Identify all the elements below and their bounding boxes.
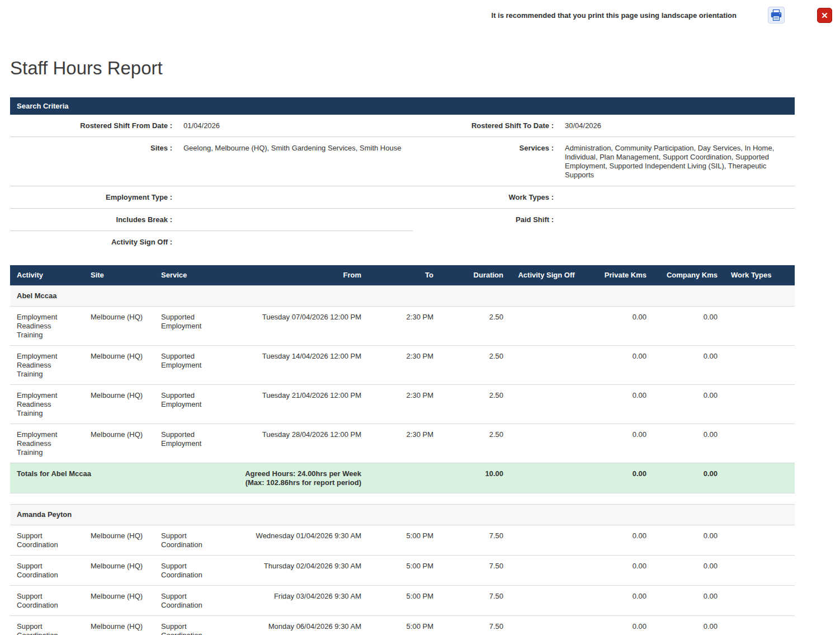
cell-company_kms: 0.00 (653, 556, 724, 586)
cell-company_kms: 0.00 (653, 586, 724, 616)
cell-sign_off (510, 346, 583, 385)
print-button[interactable] (768, 7, 785, 23)
cell-service: Supported Employment (154, 424, 229, 463)
shift-row: Support CoordinationMelbourne (HQ)Suppor… (10, 586, 795, 616)
cell-duration: 7.50 (440, 616, 510, 635)
cell-service: Supported Employment (154, 385, 229, 424)
cell-to: 5:00 PM (368, 556, 440, 586)
criteria-row: Includes Break :Paid Shift : (10, 209, 795, 231)
cell-to: 2:30 PM (368, 307, 440, 346)
staff-name: Amanda Peyton (10, 505, 795, 525)
print-orientation-notice: It is recommended that you print this pa… (492, 11, 737, 20)
criteria-value (559, 209, 795, 231)
cell-work_types (724, 616, 795, 635)
cell-site: Melbourne (HQ) (84, 424, 154, 463)
column-header-from: From (229, 265, 368, 286)
cell-to: 2:30 PM (368, 424, 440, 463)
criteria-value (559, 186, 795, 209)
cell-from: Tuesday 14/04/2026 12:00 PM (229, 346, 368, 385)
report-body: Abel MccaaEmployment Readiness TrainingM… (10, 286, 795, 635)
cell-work_types (724, 307, 795, 346)
cell-duration: 2.50 (440, 424, 510, 463)
column-header-service: Service (154, 265, 229, 286)
cell-private_kms: 0.00 (583, 616, 653, 635)
cell-site: Melbourne (HQ) (84, 556, 154, 586)
criteria-label: Rostered Shift From Date : (10, 115, 178, 137)
totals-sign-off (510, 463, 583, 493)
cell-to: 5:00 PM (368, 586, 440, 616)
group-spacer-cell (10, 493, 795, 505)
report-header-row: ActivitySiteServiceFromToDurationActivit… (10, 265, 795, 286)
cell-sign_off (510, 424, 583, 463)
totals-to (368, 463, 440, 493)
criteria-value (178, 231, 413, 253)
search-criteria-header: Search Criteria (10, 97, 795, 115)
cell-to: 5:00 PM (368, 616, 440, 635)
cell-from: Tuesday 28/04/2026 12:00 PM (229, 424, 368, 463)
cell-activity: Support Coordination (10, 556, 84, 586)
cell-sign_off (510, 616, 583, 635)
criteria-row: Rostered Shift From Date :01/04/2026Rost… (10, 115, 795, 137)
totals-work-types (724, 463, 795, 493)
totals-row: Totals for Abel MccaaAgreed Hours: 24.00… (10, 463, 795, 493)
totals-duration: 10.00 (440, 463, 510, 493)
criteria-table: Rostered Shift From Date :01/04/2026Rost… (10, 115, 795, 253)
cell-duration: 2.50 (440, 346, 510, 385)
criteria-label: Rostered Shift To Date : (413, 115, 559, 137)
cell-work_types (724, 346, 795, 385)
cell-from: Tuesday 07/04/2026 12:00 PM (229, 307, 368, 346)
column-header-activity: Activity (10, 265, 84, 286)
cell-from: Monday 06/04/2026 9:30 AM (229, 616, 368, 635)
cell-company_kms: 0.00 (653, 385, 724, 424)
cell-activity: Support Coordination (10, 525, 84, 556)
cell-sign_off (510, 586, 583, 616)
cell-site: Melbourne (HQ) (84, 307, 154, 346)
shift-row: Support CoordinationMelbourne (HQ)Suppor… (10, 525, 795, 556)
cell-to: 5:00 PM (368, 525, 440, 556)
shift-row: Employment Readiness TrainingMelbourne (… (10, 307, 795, 346)
cell-activity: Employment Readiness Training (10, 385, 84, 424)
page-title: Staff Hours Report (10, 57, 840, 79)
cell-company_kms: 0.00 (653, 616, 724, 635)
cell-company_kms: 0.00 (653, 525, 724, 556)
cell-site: Melbourne (HQ) (84, 385, 154, 424)
close-button[interactable]: ✕ (817, 8, 832, 23)
cell-private_kms: 0.00 (583, 424, 653, 463)
cell-service: Supported Employment (154, 307, 229, 346)
criteria-row: Sites :Geelong, Melbourne (HQ), Smith Ga… (10, 137, 795, 186)
column-header-to: To (368, 265, 440, 286)
criteria-label: Paid Shift : (413, 209, 559, 231)
cell-private_kms: 0.00 (583, 586, 653, 616)
cell-activity: Support Coordination (10, 616, 84, 635)
criteria-label: Includes Break : (10, 209, 178, 231)
cell-private_kms: 0.00 (583, 556, 653, 586)
cell-sign_off (510, 556, 583, 586)
topbar: It is recommended that you print this pa… (0, 0, 840, 23)
criteria-label (413, 231, 559, 253)
shift-row: Support CoordinationMelbourne (HQ)Suppor… (10, 616, 795, 635)
column-header-duration: Duration (440, 265, 510, 286)
criteria-value (178, 186, 413, 209)
cell-site: Melbourne (HQ) (84, 586, 154, 616)
cell-service: Support Coordination (154, 586, 229, 616)
cell-duration: 2.50 (440, 385, 510, 424)
shift-row: Employment Readiness TrainingMelbourne (… (10, 385, 795, 424)
cell-duration: 2.50 (440, 307, 510, 346)
cell-activity: Support Coordination (10, 586, 84, 616)
printer-icon (770, 8, 783, 22)
cell-activity: Employment Readiness Training (10, 346, 84, 385)
shift-row: Support CoordinationMelbourne (HQ)Suppor… (10, 556, 795, 586)
criteria-row: Activity Sign Off : (10, 231, 795, 253)
cell-service: Support Coordination (154, 525, 229, 556)
search-criteria-section: Search Criteria Rostered Shift From Date… (10, 97, 795, 253)
cell-company_kms: 0.00 (653, 424, 724, 463)
staff-group-row: Amanda Peyton (10, 505, 795, 525)
cell-from: Tuesday 21/04/2026 12:00 PM (229, 385, 368, 424)
column-header-site: Site (84, 265, 154, 286)
cell-service: Support Coordination (154, 616, 229, 635)
cell-company_kms: 0.00 (653, 346, 724, 385)
cell-activity: Employment Readiness Training (10, 307, 84, 346)
cell-work_types (724, 424, 795, 463)
cell-company_kms: 0.00 (653, 307, 724, 346)
cell-work_types (724, 556, 795, 586)
